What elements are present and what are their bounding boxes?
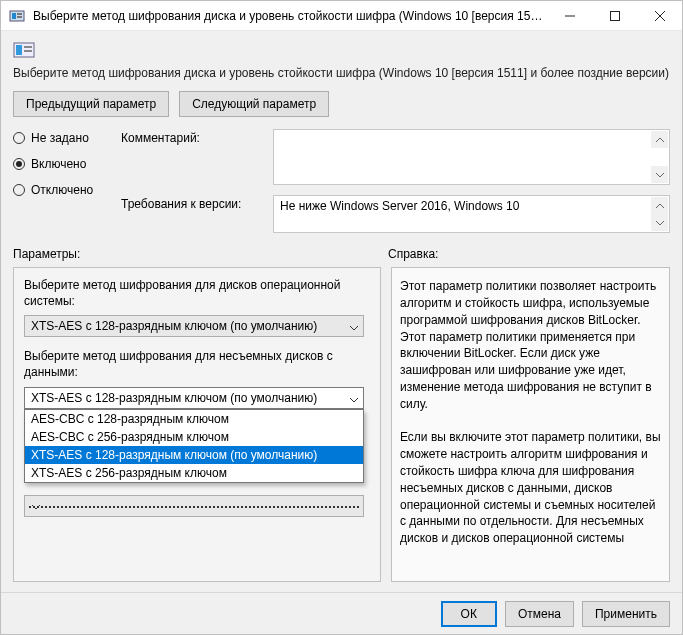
radio-not-configured[interactable]: Не задано (13, 131, 121, 145)
requirements-textarea[interactable]: Не ниже Windows Server 2016, Windows 10 (273, 195, 670, 233)
window-title: Выберите метод шифрования диска и уровен… (33, 9, 547, 23)
help-pane: Этот параметр политики позволяет настрои… (391, 267, 670, 582)
radio-enabled[interactable]: Включено (13, 157, 121, 171)
ok-button[interactable]: ОК (441, 601, 497, 627)
apply-button[interactable]: Применить (582, 601, 670, 627)
policy-icon (9, 8, 25, 24)
removable-drive-method-select[interactable] (24, 495, 364, 517)
parameters-label: Параметры: (13, 247, 388, 261)
svg-rect-9 (16, 45, 22, 55)
help-label: Справка: (388, 247, 438, 261)
fixed-drive-method-value: XTS-AES с 128-разрядным ключом (по умолч… (31, 391, 317, 405)
svg-rect-1 (12, 13, 16, 19)
dialog-footer: ОК Отмена Применить (1, 592, 682, 634)
comment-textarea[interactable] (273, 129, 670, 185)
svg-rect-10 (24, 46, 32, 48)
next-setting-button[interactable]: Следующий параметр (179, 91, 329, 117)
os-drive-method-label: Выберите метод шифрования для дисков опе… (24, 278, 370, 309)
previous-setting-button[interactable]: Предыдущий параметр (13, 91, 169, 117)
dropdown-option-selected[interactable]: XTS-AES с 128-разрядным ключом (по умолч… (25, 446, 363, 464)
fixed-drive-method-select[interactable]: XTS-AES с 128-разрядным ключом (по умолч… (24, 387, 364, 409)
parameters-pane: Выберите метод шифрования для дисков опе… (13, 267, 381, 582)
radio-not-configured-label: Не задано (31, 131, 89, 145)
comment-label: Комментарий: (121, 129, 269, 145)
maximize-button[interactable] (592, 1, 637, 31)
svg-rect-3 (17, 16, 22, 18)
fixed-drive-method-label: Выберите метод шифрования для несъемных … (24, 349, 370, 380)
svg-rect-2 (17, 13, 22, 15)
fixed-drive-method-dropdown: AES-CBC с 128-разрядным ключом AES-CBC с… (24, 409, 364, 483)
close-button[interactable] (637, 1, 682, 31)
dropdown-option[interactable]: AES-CBC с 128-разрядным ключом (25, 410, 363, 428)
requirements-label: Требования к версии: (121, 195, 269, 211)
comment-value (274, 130, 669, 136)
requirements-value: Не ниже Windows Server 2016, Windows 10 (274, 196, 669, 216)
policy-large-icon (13, 39, 35, 61)
dropdown-option[interactable]: XTS-AES с 256-разрядным ключом (25, 464, 363, 482)
os-drive-method-value: XTS-AES с 128-разрядным ключом (по умолч… (31, 319, 317, 333)
radio-enabled-label: Включено (31, 157, 86, 171)
radio-disabled[interactable]: Отключено (13, 183, 121, 197)
radio-disabled-label: Отключено (31, 183, 93, 197)
svg-rect-11 (24, 50, 32, 52)
help-text: Этот параметр политики позволяет настрои… (400, 278, 661, 547)
chevron-down-icon (349, 320, 359, 334)
minimize-button[interactable] (547, 1, 592, 31)
scroll-up-icon[interactable] (651, 197, 668, 214)
scroll-up-icon[interactable] (651, 131, 668, 148)
dropdown-option[interactable]: AES-CBC с 256-разрядным ключом (25, 428, 363, 446)
scroll-down-icon[interactable] (651, 214, 668, 231)
policy-description: Выберите метод шифрования диска и уровен… (13, 65, 670, 81)
svg-rect-5 (610, 11, 619, 20)
cancel-button[interactable]: Отмена (505, 601, 574, 627)
scroll-down-icon[interactable] (651, 166, 668, 183)
chevron-down-icon (349, 392, 359, 406)
titlebar: Выберите метод шифрования диска и уровен… (1, 1, 682, 31)
os-drive-method-select[interactable]: XTS-AES с 128-разрядным ключом (по умолч… (24, 315, 364, 337)
